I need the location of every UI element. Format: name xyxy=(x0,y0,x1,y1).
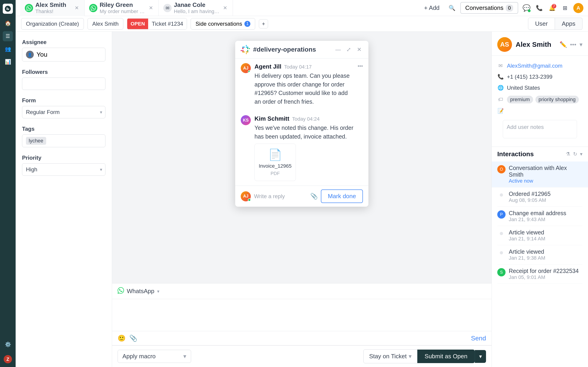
reply-input[interactable]: Write a reply xyxy=(254,193,307,200)
tab-alex-smith-name: Alex Smith xyxy=(35,1,71,8)
dialog-header-actions: — ⤢ ✕ xyxy=(334,46,363,53)
user-email[interactable]: AlexSmith@gmail.com xyxy=(507,63,562,69)
interaction-item-5[interactable]: S Receipt for order #2232534 Jan 05, 9:0… xyxy=(497,265,582,284)
expand-icon[interactable]: ⤢ xyxy=(345,46,352,53)
footer-bar: Apply macro ▾ Stay on Ticket ▾ Submit as… xyxy=(112,345,492,367)
message-item-0: AJ Agent Jill Today 04:17 Hi delivery op… xyxy=(235,58,368,110)
assignee-avatar: 👤 xyxy=(26,51,34,58)
search-icon[interactable]: 🔍 xyxy=(447,3,457,13)
org-create-button[interactable]: Organization (Create) xyxy=(21,18,84,30)
agent-jill-online-dot xyxy=(248,70,251,73)
tab-whatsapp-icon-alex xyxy=(25,4,33,12)
conversations-button[interactable]: Conversations 0 xyxy=(460,2,518,14)
user-breadcrumb-button[interactable]: Alex Smith xyxy=(87,18,124,30)
interaction-time-4: Jan 21, 9:38 AM xyxy=(509,255,545,261)
whatsapp-bar[interactable]: WhatsApp ▾ xyxy=(112,283,492,299)
followers-input[interactable] xyxy=(22,77,105,90)
submit-dropdown-button[interactable]: ▾ xyxy=(475,350,486,363)
tags-input[interactable]: lychee xyxy=(22,134,105,147)
user-avatar-large: AS xyxy=(497,37,512,52)
user-header-actions: ✏️ ••• ▾ xyxy=(560,41,582,48)
emoji-button[interactable]: 🙂 xyxy=(118,334,126,342)
form-select[interactable]: Regular Form xyxy=(22,106,105,118)
sidebar-users-icon[interactable]: 👥 xyxy=(3,44,13,54)
side-conv-count: 1 xyxy=(244,21,250,27)
user-name: Alex Smith xyxy=(516,41,551,48)
chat-icon[interactable]: 💬 xyxy=(522,3,531,13)
tab-alex-smith[interactable]: Alex Smith Thanks! ✕ xyxy=(20,0,85,16)
form-select-wrapper: Regular Form ▾ xyxy=(22,106,105,118)
attach-button[interactable]: 📎 xyxy=(129,334,137,342)
more-options-icon[interactable]: ••• xyxy=(570,41,576,48)
interaction-item-1[interactable]: Ordered #12965 Aug 08, 9:05 AM xyxy=(497,187,582,207)
add-button[interactable]: + Add xyxy=(420,2,443,13)
submit-as-open-button[interactable]: Submit as Open xyxy=(417,350,475,363)
ticket-breadcrumb[interactable]: OPEN Ticket #1234 xyxy=(127,18,187,30)
tab-janae-cole-close[interactable]: ✕ xyxy=(222,4,228,12)
stay-on-ticket-button[interactable]: Stay on Ticket ▾ xyxy=(363,349,417,363)
chat-area: #delivery-operations — ⤢ ✕ AJ xyxy=(112,32,492,283)
file-attachment-card[interactable]: 📄 Invoice_12965 PDF xyxy=(254,144,296,181)
agent-jill-time: Today 04:17 xyxy=(284,64,312,70)
side-conversations-button[interactable]: Side conversations 1 xyxy=(191,18,255,30)
sidebar-reports-icon[interactable]: 📊 xyxy=(3,57,13,67)
user-phone: +1 (415) 123-2399 xyxy=(507,74,552,80)
collapse-icon[interactable]: ▾ xyxy=(579,41,582,48)
tab-riley-green[interactable]: Riley Green My order number is 19... ✕ xyxy=(85,0,159,16)
sidebar-settings-icon[interactable]: ⚙️ xyxy=(3,340,13,350)
view-user-button[interactable]: User xyxy=(528,18,555,30)
priority-label: Priority xyxy=(22,155,105,161)
svg-rect-2 xyxy=(241,50,242,51)
tab-alex-smith-close[interactable]: ✕ xyxy=(74,4,80,12)
svg-rect-10 xyxy=(242,47,245,48)
user-notes-row: 📝 xyxy=(497,106,582,116)
user-header: AS Alex Smith ✏️ ••• ▾ xyxy=(492,32,588,56)
user-notes-field[interactable]: Add user notes xyxy=(503,120,577,138)
stay-chevron-icon: ▾ xyxy=(409,353,412,360)
reply-avatar: AJ xyxy=(241,191,251,201)
interaction-item-2[interactable]: P Change email address Jan 21, 9:43 AM xyxy=(497,207,582,226)
tags-field-group: Tags lychee xyxy=(22,126,105,147)
notes-icon: 📝 xyxy=(497,108,504,114)
grid-icon[interactable]: ⊞ xyxy=(561,3,570,13)
assignee-input[interactable]: 👤 You xyxy=(22,48,105,61)
sidebar-tickets-icon[interactable]: ☰ xyxy=(3,31,13,41)
interaction-item-4[interactable]: Article viewed Jan 21, 9:38 AM xyxy=(497,245,582,265)
view-apps-button[interactable]: Apps xyxy=(555,18,582,30)
interaction-item-3[interactable]: Article viewed Jan 21, 9:14 AM xyxy=(497,226,582,245)
user-avatar-topbar[interactable]: A xyxy=(573,3,583,13)
interactions-collapse-icon[interactable]: ▾ xyxy=(580,151,582,157)
minimize-icon[interactable]: — xyxy=(334,46,342,53)
tab-riley-green-name: Riley Green xyxy=(100,1,146,8)
close-dialog-icon[interactable]: ✕ xyxy=(355,46,363,53)
refresh-icon[interactable]: ↻ xyxy=(573,151,577,157)
interaction-active-0: Active now xyxy=(509,178,582,184)
message-actions-icon-0[interactable]: ••• xyxy=(358,63,363,106)
send-button[interactable]: Send xyxy=(471,335,486,342)
stay-on-ticket-label: Stay on Ticket xyxy=(369,353,406,360)
paperclip-icon[interactable]: 📎 xyxy=(310,193,318,200)
priority-select[interactable]: High xyxy=(22,163,105,176)
tab-alex-smith-text: Alex Smith Thanks! xyxy=(35,1,71,15)
mark-done-button[interactable]: Mark done xyxy=(321,190,363,203)
notifications-icon[interactable]: 🔔7 xyxy=(548,3,557,13)
tab-janae-cole[interactable]: ✉ Janae Cole Hello, I am having an is...… xyxy=(159,0,233,16)
notifications-badge: 7 xyxy=(552,4,556,8)
phone-icon[interactable]: 📞 xyxy=(535,3,544,13)
filter-icon[interactable]: ⚗ xyxy=(566,151,570,157)
sidebar-user-avatar[interactable]: Z xyxy=(4,355,12,363)
macro-select[interactable]: Apply macro ▾ xyxy=(118,350,191,363)
edit-icon[interactable]: ✏️ xyxy=(560,41,567,48)
interaction-item-0[interactable]: O Conversation with Alex Smith Active no… xyxy=(492,161,588,187)
sidebar-home-icon[interactable]: 🏠 xyxy=(3,18,13,28)
sidebar-logo[interactable] xyxy=(3,4,13,14)
add-tab-button[interactable]: + xyxy=(259,19,268,28)
interaction-dot-3 xyxy=(500,232,503,235)
svg-rect-5 xyxy=(249,48,250,49)
user-info-section: ✉ AlexSmith@gmail.com 📞 +1 (415) 123-239… xyxy=(492,56,588,147)
tab-riley-green-close[interactable]: ✕ xyxy=(148,4,154,12)
reply-area[interactable] xyxy=(112,299,492,331)
tab-whatsapp-icon-riley xyxy=(89,4,97,12)
chat-status-dot xyxy=(528,9,531,12)
user-avatar-inner: AS xyxy=(497,37,512,52)
